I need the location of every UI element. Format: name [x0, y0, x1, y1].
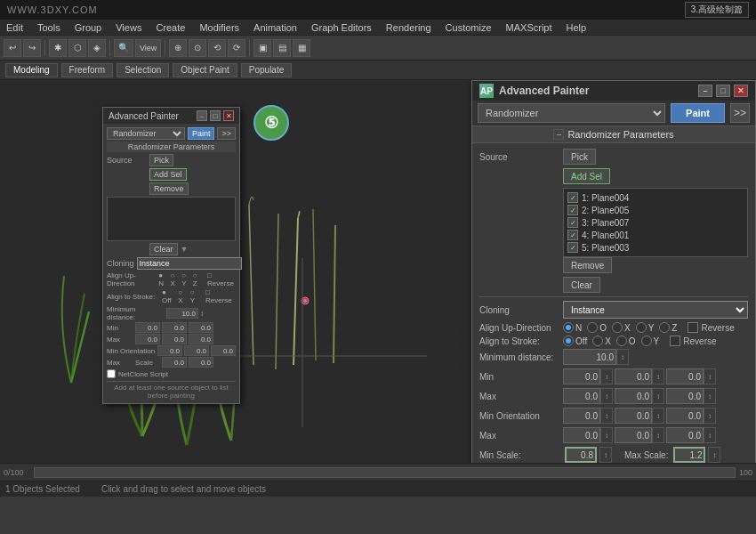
main-dialog-maximize[interactable]: □ [716, 85, 730, 97]
min-val-3[interactable] [666, 368, 704, 384]
small-min-dist[interactable] [166, 308, 198, 319]
min-val-2[interactable] [615, 368, 652, 384]
tab-object-paint[interactable]: Object Paint [173, 63, 237, 77]
main-dialog-minimize[interactable]: – [698, 85, 712, 97]
small-arrow-btn[interactable]: >> [217, 127, 236, 140]
small-minori-3[interactable] [211, 345, 236, 356]
small-dialog-minimize[interactable]: – [197, 110, 207, 121]
pick-btn[interactable]: Pick [563, 149, 596, 165]
main-paint-btn[interactable]: Paint [671, 103, 725, 123]
small-pick-btn[interactable]: Pick [149, 154, 173, 166]
toolbar-btn-14[interactable]: ▦ [293, 39, 310, 57]
menu-modifiers[interactable]: Modifiers [197, 22, 242, 33]
max-val-2[interactable] [615, 388, 652, 404]
small-max-1[interactable] [135, 334, 160, 344]
add-sel-btn[interactable]: Add Sel [563, 168, 610, 184]
toolbar-btn-9[interactable]: ⊙ [189, 39, 206, 57]
small-remove-btn[interactable]: Remove [149, 182, 189, 195]
clear-btn[interactable]: Clear [563, 277, 600, 293]
minori-val-3[interactable] [666, 408, 704, 424]
menu-rendering[interactable]: Rendering [383, 22, 434, 33]
maxori-val-2[interactable] [615, 427, 652, 443]
small-dialog-maximize[interactable]: □ [210, 110, 221, 121]
align-stroke-y[interactable]: Y [641, 336, 660, 346]
tab-selection[interactable]: Selection [117, 63, 169, 77]
tab-modeling[interactable]: Modeling [5, 63, 58, 77]
align-up-reverse-check[interactable] [688, 322, 698, 333]
menu-group[interactable]: Group [72, 22, 105, 33]
minori-spin-1[interactable]: ↕ [600, 408, 613, 424]
min-spin-3[interactable]: ↕ [704, 368, 716, 384]
small-netclone-check[interactable] [107, 369, 116, 378]
toolbar-btn-13[interactable]: ▤ [273, 39, 291, 57]
small-minori-2[interactable] [184, 345, 209, 356]
section-collapse-btn[interactable]: – [553, 129, 564, 140]
toolbar-btn-8[interactable]: ⊕ [169, 39, 187, 57]
menu-graph-editors[interactable]: Graph Editors [309, 22, 374, 33]
small-addsel-btn[interactable]: Add Sel [149, 168, 187, 181]
toolbar-btn-4[interactable]: ⬡ [68, 39, 86, 57]
align-up-x[interactable]: X [612, 322, 631, 333]
toolbar-btn-5[interactable]: ◈ [88, 39, 106, 57]
toolbar-btn-10[interactable]: ⟲ [208, 39, 226, 57]
main-randomizer-dropdown[interactable]: Randomizer [478, 103, 665, 123]
small-dialog-close[interactable]: ✕ [223, 110, 234, 121]
max-spin-2[interactable]: ↕ [652, 388, 664, 404]
max-scale-spin[interactable]: ↕ [708, 447, 720, 463]
menu-edit[interactable]: Edit [4, 22, 26, 33]
small-maxsc-2[interactable] [189, 357, 213, 368]
menu-maxscript[interactable]: MAXScript [503, 22, 555, 33]
align-up-o[interactable]: O [587, 322, 607, 333]
menu-create[interactable]: Create [153, 22, 188, 33]
small-max-2[interactable] [162, 334, 187, 344]
small-max-3[interactable] [189, 334, 213, 344]
maxori-spin-2[interactable]: ↕ [652, 427, 664, 443]
max-val-3[interactable] [666, 388, 704, 404]
tab-populate[interactable]: Populate [241, 63, 292, 77]
minori-val-1[interactable] [563, 408, 600, 424]
toolbar-btn-1[interactable]: ↩ [4, 39, 21, 57]
small-min-2[interactable] [162, 322, 187, 333]
max-scale-input[interactable] [673, 447, 705, 463]
align-up-z[interactable]: Z [659, 322, 677, 333]
timeline-track[interactable] [34, 467, 736, 478]
align-stroke-x[interactable]: X [592, 336, 611, 346]
align-up-n[interactable]: N [563, 322, 582, 333]
min-dist-input[interactable] [563, 349, 616, 365]
small-min-1[interactable] [135, 322, 160, 333]
small-clear-btn[interactable]: Clear [149, 243, 178, 255]
max-spin-1[interactable]: ↕ [600, 388, 613, 404]
maxori-spin-1[interactable]: ↕ [600, 427, 613, 443]
small-instance-input[interactable]: Instance [137, 257, 242, 270]
menu-views[interactable]: Views [113, 22, 144, 33]
align-stroke-off[interactable]: Off [563, 336, 587, 346]
main-arrow-btn[interactable]: >> [730, 103, 750, 123]
align-stroke-reverse-check[interactable] [670, 336, 680, 346]
small-randomizer-dropdown[interactable]: Randomizer [107, 127, 185, 140]
tab-freeform[interactable]: Freeform [61, 63, 114, 77]
toolbar-btn-12[interactable]: ▣ [253, 39, 271, 57]
maxori-val-3[interactable] [666, 427, 704, 443]
menu-tools[interactable]: Tools [35, 22, 63, 33]
toolbar-btn-7[interactable]: View [135, 39, 161, 57]
min-spin-2[interactable]: ↕ [652, 368, 664, 384]
maxori-spin-3[interactable]: ↕ [704, 427, 716, 443]
menu-animation[interactable]: Animation [251, 22, 300, 33]
small-min-3[interactable] [189, 322, 213, 333]
maxori-val-1[interactable] [563, 427, 600, 443]
toolbar-btn-11[interactable]: ⟳ [228, 39, 245, 57]
min-val-1[interactable] [563, 368, 600, 384]
small-maxsc-1[interactable] [162, 357, 187, 368]
min-spin-1[interactable]: ↕ [600, 368, 613, 384]
small-minori-1[interactable] [157, 345, 182, 356]
menu-help[interactable]: Help [564, 22, 590, 33]
remove-btn[interactable]: Remove [563, 257, 612, 273]
toolbar-btn-3[interactable]: ✱ [49, 39, 67, 57]
min-dist-spin[interactable]: ↕ [616, 349, 629, 365]
min-scale-spin[interactable]: ↕ [599, 447, 612, 463]
minori-spin-3[interactable]: ↕ [704, 408, 716, 424]
toolbar-btn-6[interactable]: 🔍 [114, 39, 133, 57]
menu-customize[interactable]: Customize [443, 22, 495, 33]
cloning-dropdown[interactable]: Instance Copy Reference [563, 301, 748, 319]
min-scale-input[interactable] [565, 447, 597, 463]
